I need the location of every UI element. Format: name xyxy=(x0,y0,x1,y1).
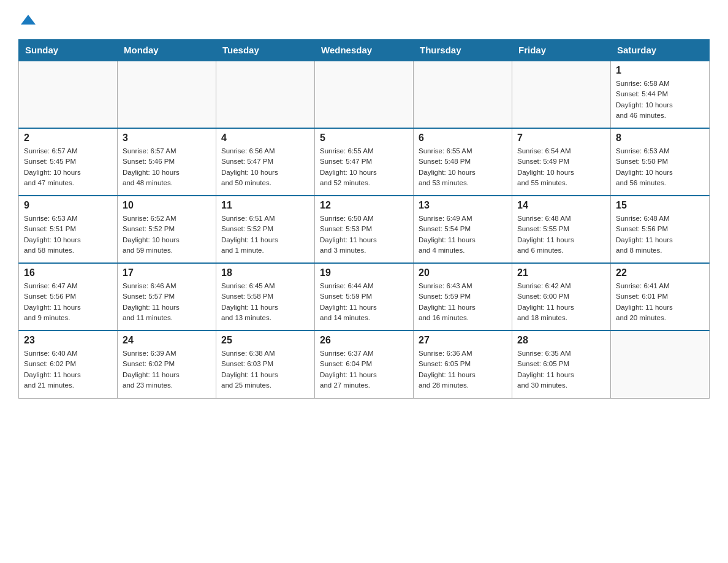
day-info: Sunrise: 6:38 AM Sunset: 6:03 PM Dayligh… xyxy=(221,348,309,391)
day-info: Sunrise: 6:52 AM Sunset: 5:52 PM Dayligh… xyxy=(123,213,211,256)
day-info: Sunrise: 6:46 AM Sunset: 5:57 PM Dayligh… xyxy=(123,281,211,323)
day-info: Sunrise: 6:53 AM Sunset: 5:50 PM Dayligh… xyxy=(616,146,704,188)
day-info: Sunrise: 6:40 AM Sunset: 6:02 PM Dayligh… xyxy=(24,348,112,391)
day-number: 7 xyxy=(517,132,605,144)
calendar-cell: 15Sunrise: 6:48 AM Sunset: 5:56 PM Dayli… xyxy=(611,196,710,263)
day-number: 25 xyxy=(221,335,309,346)
calendar-cell: 9Sunrise: 6:53 AM Sunset: 5:51 PM Daylig… xyxy=(19,196,118,263)
calendar-cell xyxy=(414,61,512,128)
calendar-cell: 25Sunrise: 6:38 AM Sunset: 6:03 PM Dayli… xyxy=(216,331,315,398)
day-info: Sunrise: 6:35 AM Sunset: 6:05 PM Dayligh… xyxy=(517,348,605,391)
calendar-table: SundayMondayTuesdayWednesdayThursdayFrid… xyxy=(18,39,710,399)
calendar-cell: 11Sunrise: 6:51 AM Sunset: 5:52 PM Dayli… xyxy=(216,196,315,263)
day-info: Sunrise: 6:48 AM Sunset: 5:56 PM Dayligh… xyxy=(616,213,704,256)
day-number: 24 xyxy=(123,335,211,346)
day-info: Sunrise: 6:39 AM Sunset: 6:02 PM Dayligh… xyxy=(123,348,211,391)
calendar-cell: 14Sunrise: 6:48 AM Sunset: 5:55 PM Dayli… xyxy=(512,196,611,263)
day-info: Sunrise: 6:53 AM Sunset: 5:51 PM Dayligh… xyxy=(24,213,112,256)
day-number: 19 xyxy=(320,267,408,278)
day-number: 1 xyxy=(616,65,704,76)
day-info: Sunrise: 6:54 AM Sunset: 5:49 PM Dayligh… xyxy=(517,146,605,188)
calendar-cell: 3Sunrise: 6:57 AM Sunset: 5:46 PM Daylig… xyxy=(118,128,216,196)
day-info: Sunrise: 6:41 AM Sunset: 6:01 PM Dayligh… xyxy=(616,281,704,323)
calendar-cell: 24Sunrise: 6:39 AM Sunset: 6:02 PM Dayli… xyxy=(118,331,216,398)
day-number: 11 xyxy=(221,200,309,211)
day-info: Sunrise: 6:58 AM Sunset: 5:44 PM Dayligh… xyxy=(616,79,704,121)
day-info: Sunrise: 6:37 AM Sunset: 6:04 PM Dayligh… xyxy=(320,348,408,391)
weekday-tuesday: Tuesday xyxy=(216,40,315,61)
weekday-monday: Monday xyxy=(118,40,216,61)
day-number: 2 xyxy=(24,132,112,144)
day-info: Sunrise: 6:56 AM Sunset: 5:47 PM Dayligh… xyxy=(221,146,309,188)
week-row-4: 16Sunrise: 6:47 AM Sunset: 5:56 PM Dayli… xyxy=(19,263,710,331)
weekday-thursday: Thursday xyxy=(414,40,512,61)
calendar-cell: 18Sunrise: 6:45 AM Sunset: 5:58 PM Dayli… xyxy=(216,263,315,331)
week-row-3: 9Sunrise: 6:53 AM Sunset: 5:51 PM Daylig… xyxy=(19,196,710,263)
day-info: Sunrise: 6:55 AM Sunset: 5:48 PM Dayligh… xyxy=(419,146,507,188)
weekday-header-row: SundayMondayTuesdayWednesdayThursdayFrid… xyxy=(19,40,710,61)
weekday-friday: Friday xyxy=(512,40,611,61)
day-info: Sunrise: 6:44 AM Sunset: 5:59 PM Dayligh… xyxy=(320,281,408,323)
day-number: 12 xyxy=(320,200,408,211)
day-number: 27 xyxy=(419,335,507,346)
day-number: 3 xyxy=(123,132,211,144)
weekday-saturday: Saturday xyxy=(611,40,710,61)
calendar-cell: 19Sunrise: 6:44 AM Sunset: 5:59 PM Dayli… xyxy=(315,263,414,331)
calendar-cell: 27Sunrise: 6:36 AM Sunset: 6:05 PM Dayli… xyxy=(414,331,512,398)
day-info: Sunrise: 6:49 AM Sunset: 5:54 PM Dayligh… xyxy=(419,213,507,256)
day-number: 13 xyxy=(419,200,507,211)
calendar-header: SundayMondayTuesdayWednesdayThursdayFrid… xyxy=(19,40,710,61)
calendar-cell: 13Sunrise: 6:49 AM Sunset: 5:54 PM Dayli… xyxy=(414,196,512,263)
day-info: Sunrise: 6:57 AM Sunset: 5:45 PM Dayligh… xyxy=(24,146,112,188)
day-info: Sunrise: 6:42 AM Sunset: 6:00 PM Dayligh… xyxy=(517,281,605,323)
day-info: Sunrise: 6:45 AM Sunset: 5:58 PM Dayligh… xyxy=(221,281,309,323)
day-number: 16 xyxy=(24,267,112,278)
page-header xyxy=(18,12,710,29)
calendar-cell: 16Sunrise: 6:47 AM Sunset: 5:56 PM Dayli… xyxy=(19,263,118,331)
day-number: 5 xyxy=(320,132,408,144)
day-info: Sunrise: 6:55 AM Sunset: 5:47 PM Dayligh… xyxy=(320,146,408,188)
calendar-cell: 1Sunrise: 6:58 AM Sunset: 5:44 PM Daylig… xyxy=(611,61,710,128)
calendar-cell xyxy=(315,61,414,128)
calendar-cell: 20Sunrise: 6:43 AM Sunset: 5:59 PM Dayli… xyxy=(414,263,512,331)
day-number: 4 xyxy=(221,132,309,144)
calendar-cell: 10Sunrise: 6:52 AM Sunset: 5:52 PM Dayli… xyxy=(118,196,216,263)
day-info: Sunrise: 6:57 AM Sunset: 5:46 PM Dayligh… xyxy=(123,146,211,188)
svg-marker-0 xyxy=(21,15,36,25)
day-info: Sunrise: 6:48 AM Sunset: 5:55 PM Dayligh… xyxy=(517,213,605,256)
calendar-cell xyxy=(216,61,315,128)
day-info: Sunrise: 6:50 AM Sunset: 5:53 PM Dayligh… xyxy=(320,213,408,256)
calendar-cell: 12Sunrise: 6:50 AM Sunset: 5:53 PM Dayli… xyxy=(315,196,414,263)
week-row-1: 1Sunrise: 6:58 AM Sunset: 5:44 PM Daylig… xyxy=(19,61,710,128)
weekday-sunday: Sunday xyxy=(19,40,118,61)
calendar-cell xyxy=(611,331,710,398)
calendar-cell: 22Sunrise: 6:41 AM Sunset: 6:01 PM Dayli… xyxy=(611,263,710,331)
calendar-cell: 21Sunrise: 6:42 AM Sunset: 6:00 PM Dayli… xyxy=(512,263,611,331)
day-number: 22 xyxy=(616,267,704,278)
day-info: Sunrise: 6:43 AM Sunset: 5:59 PM Dayligh… xyxy=(419,281,507,323)
week-row-5: 23Sunrise: 6:40 AM Sunset: 6:02 PM Dayli… xyxy=(19,331,710,398)
calendar-cell: 8Sunrise: 6:53 AM Sunset: 5:50 PM Daylig… xyxy=(611,128,710,196)
day-number: 15 xyxy=(616,200,704,211)
calendar-body: 1Sunrise: 6:58 AM Sunset: 5:44 PM Daylig… xyxy=(19,61,710,398)
day-number: 23 xyxy=(24,335,112,346)
day-number: 20 xyxy=(419,267,507,278)
logo xyxy=(18,12,37,29)
calendar-cell: 28Sunrise: 6:35 AM Sunset: 6:05 PM Dayli… xyxy=(512,331,611,398)
calendar-cell: 26Sunrise: 6:37 AM Sunset: 6:04 PM Dayli… xyxy=(315,331,414,398)
day-info: Sunrise: 6:36 AM Sunset: 6:05 PM Dayligh… xyxy=(419,348,507,391)
day-info: Sunrise: 6:47 AM Sunset: 5:56 PM Dayligh… xyxy=(24,281,112,323)
calendar-cell xyxy=(512,61,611,128)
day-number: 17 xyxy=(123,267,211,278)
day-number: 6 xyxy=(419,132,507,144)
calendar-cell: 2Sunrise: 6:57 AM Sunset: 5:45 PM Daylig… xyxy=(19,128,118,196)
day-number: 10 xyxy=(123,200,211,211)
calendar-cell: 6Sunrise: 6:55 AM Sunset: 5:48 PM Daylig… xyxy=(414,128,512,196)
calendar-cell: 17Sunrise: 6:46 AM Sunset: 5:57 PM Dayli… xyxy=(118,263,216,331)
calendar-cell xyxy=(118,61,216,128)
day-number: 8 xyxy=(616,132,704,144)
logo-icon xyxy=(20,12,37,29)
calendar-cell: 4Sunrise: 6:56 AM Sunset: 5:47 PM Daylig… xyxy=(216,128,315,196)
day-number: 18 xyxy=(221,267,309,278)
day-number: 26 xyxy=(320,335,408,346)
